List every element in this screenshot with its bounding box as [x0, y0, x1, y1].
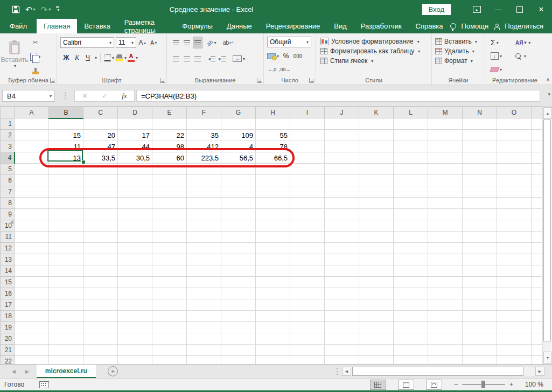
- accounting-format-button[interactable]: ▾: [267, 50, 279, 62]
- cell-partial-5[interactable]: [532, 164, 542, 175]
- cell-B10[interactable]: [49, 220, 83, 232]
- cell-E19[interactable]: [152, 322, 187, 333]
- cell-J8[interactable]: [325, 198, 359, 209]
- column-header-J[interactable]: J: [325, 107, 359, 118]
- cell-H13[interactable]: [256, 254, 290, 265]
- cell-I19[interactable]: [290, 322, 325, 333]
- cell-F15[interactable]: [187, 277, 221, 288]
- autosum-button[interactable]: Σ▾: [491, 37, 515, 48]
- cell-C13[interactable]: [83, 254, 118, 265]
- cell-I13[interactable]: [290, 254, 325, 265]
- cell-M1[interactable]: [428, 118, 463, 130]
- increase-decimal-button[interactable]: ←,0: [267, 64, 277, 75]
- cell-partial-18[interactable]: [532, 311, 542, 322]
- cell-J20[interactable]: [325, 333, 359, 345]
- cell-M5[interactable]: [428, 164, 463, 175]
- cell-D13[interactable]: [118, 254, 152, 265]
- cell-K20[interactable]: [359, 333, 394, 345]
- row-header-9[interactable]: 9: [1, 209, 15, 220]
- cell-K2[interactable]: [359, 130, 394, 141]
- cell-J7[interactable]: [325, 186, 359, 198]
- column-header-K[interactable]: K: [359, 107, 394, 118]
- cell-G1[interactable]: [221, 118, 256, 130]
- prev-sheet-icon[interactable]: ◀: [12, 369, 16, 374]
- align-top-button[interactable]: [171, 37, 181, 48]
- cell-A1[interactable]: [15, 118, 49, 130]
- cell-partial-13[interactable]: [532, 254, 542, 265]
- cell-F10[interactable]: [187, 220, 221, 232]
- row-header-11[interactable]: 11: [1, 232, 15, 243]
- cell-N9[interactable]: [463, 209, 497, 220]
- confirm-entry-icon[interactable]: ✓: [102, 92, 107, 100]
- zoom-slider[interactable]: − +: [454, 381, 513, 388]
- cell-G9[interactable]: [221, 209, 256, 220]
- cell-L7[interactable]: [394, 186, 428, 198]
- cell-C6[interactable]: [83, 175, 118, 186]
- row-header-19[interactable]: 19: [1, 322, 15, 333]
- cell-N8[interactable]: [463, 198, 497, 209]
- cell-I22[interactable]: [290, 356, 325, 365]
- decrease-decimal-button[interactable]: ,00→: [279, 64, 291, 75]
- cell-E1[interactable]: [152, 118, 187, 130]
- cell-H18[interactable]: [256, 311, 290, 322]
- cell-N19[interactable]: [463, 322, 497, 333]
- cell-partial-21[interactable]: [532, 345, 542, 356]
- cell-M18[interactable]: [428, 311, 463, 322]
- cell-I16[interactable]: [290, 288, 325, 299]
- align-left-button[interactable]: [171, 53, 181, 65]
- cell-L13[interactable]: [394, 254, 428, 265]
- cell-H10[interactable]: [256, 220, 290, 232]
- cell-C16[interactable]: [83, 288, 118, 299]
- cell-L22[interactable]: [394, 356, 428, 365]
- cell-K15[interactable]: [359, 277, 394, 288]
- orientation-button[interactable]: ab▾: [207, 37, 216, 48]
- number-format-combo[interactable]: Общий▾: [267, 37, 311, 47]
- cell-K12[interactable]: [359, 243, 394, 254]
- align-middle-button[interactable]: [182, 37, 192, 48]
- font-size-combo[interactable]: 11▾: [116, 37, 136, 48]
- cell-O22[interactable]: [497, 356, 532, 365]
- cell-J9[interactable]: [325, 209, 359, 220]
- cell-N20[interactable]: [463, 333, 497, 345]
- cell-O11[interactable]: [497, 232, 532, 243]
- cell-I3[interactable]: [290, 141, 325, 152]
- cell-M22[interactable]: [428, 356, 463, 365]
- cell-M10[interactable]: [428, 220, 463, 232]
- column-header-C[interactable]: C: [83, 107, 118, 118]
- cell-M4[interactable]: [428, 152, 463, 164]
- row-header-5[interactable]: 5: [1, 164, 15, 175]
- cell-F21[interactable]: [187, 345, 221, 356]
- cell-C20[interactable]: [83, 333, 118, 345]
- cell-N16[interactable]: [463, 288, 497, 299]
- percent-style-button[interactable]: %: [281, 50, 291, 62]
- cell-H8[interactable]: [256, 198, 290, 209]
- cell-M20[interactable]: [428, 333, 463, 345]
- cell-B2[interactable]: 15: [49, 130, 83, 141]
- cell-C2[interactable]: 20: [83, 130, 118, 141]
- cell-E15[interactable]: [152, 277, 187, 288]
- underline-button[interactable]: Ч: [83, 52, 93, 64]
- cell-J4[interactable]: [325, 152, 359, 164]
- tab-view[interactable]: Вид: [327, 19, 354, 33]
- cell-D6[interactable]: [118, 175, 152, 186]
- cell-K4[interactable]: [359, 152, 394, 164]
- cell-E20[interactable]: [152, 333, 187, 345]
- cell-M3[interactable]: [428, 141, 463, 152]
- cell-G22[interactable]: [221, 356, 256, 365]
- cell-A8[interactable]: [15, 198, 49, 209]
- cell-M8[interactable]: [428, 198, 463, 209]
- sort-filter-button[interactable]: АЯ▼▾: [515, 37, 540, 48]
- cell-partial-10[interactable]: [532, 220, 542, 232]
- cell-M17[interactable]: [428, 299, 463, 311]
- dialog-launcher-icon[interactable]: [309, 78, 314, 83]
- cell-partial-3[interactable]: [532, 141, 542, 152]
- dialog-launcher-icon[interactable]: [257, 78, 262, 83]
- column-header-L[interactable]: L: [394, 107, 428, 118]
- cell-E8[interactable]: [152, 198, 187, 209]
- select-all-corner[interactable]: [9, 219, 13, 224]
- cell-I21[interactable]: [290, 345, 325, 356]
- formula-bar-grip[interactable]: [65, 93, 66, 94]
- cell-C22[interactable]: [83, 356, 118, 365]
- cell-A3[interactable]: [15, 141, 49, 152]
- close-button[interactable]: ✕: [530, 0, 552, 19]
